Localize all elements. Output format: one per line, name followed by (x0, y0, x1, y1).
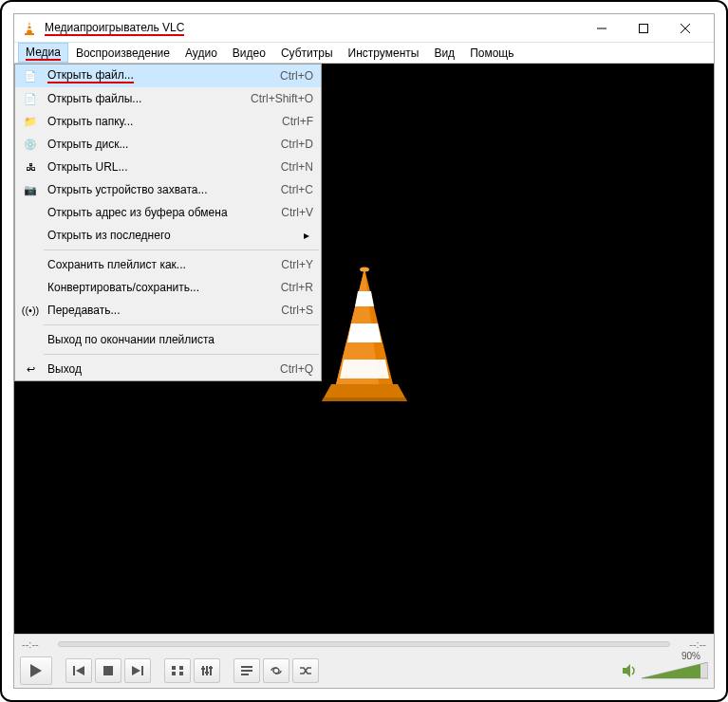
menu-item-label: Открыть папку... (42, 115, 282, 128)
svg-marker-0 (27, 22, 32, 33)
file-icon: 📄 (19, 70, 42, 83)
svg-rect-25 (201, 668, 205, 670)
stop-button[interactable] (95, 658, 121, 683)
menu-item-label: Открыть URL... (42, 160, 281, 174)
menu-7[interactable]: Помощь (462, 43, 521, 63)
submenu-arrow-icon: ▸ (304, 229, 309, 242)
menu-item-label: Открыть устройство захвата... (42, 183, 281, 196)
prev-button[interactable] (65, 658, 92, 683)
fullscreen-button[interactable] (164, 658, 191, 683)
svg-point-11 (360, 268, 369, 272)
volume-control[interactable]: 90% (623, 662, 708, 679)
menu-item-shortcut: Ctrl+C (281, 183, 313, 196)
svg-rect-19 (179, 666, 183, 670)
menu-item-label: Выход (42, 362, 280, 376)
stream-icon: ((•)) (19, 305, 42, 316)
menu-item-label: Открыть из последнего▸ (42, 229, 313, 242)
menu-item-6[interactable]: Открыть адрес из буфера обменаCtrl+V (15, 201, 321, 224)
svg-rect-1 (25, 33, 34, 35)
ext-settings-button[interactable] (194, 658, 220, 683)
time-total: --:-- (678, 638, 706, 650)
vlc-cone-icon (22, 21, 37, 36)
menu-item-shortcut: Ctrl+Shift+O (251, 92, 313, 105)
menu-item-shortcut: Ctrl+N (281, 160, 313, 174)
menu-item-13[interactable]: Выход по окончании плейлиста (15, 328, 321, 351)
menu-item-10[interactable]: Конвертировать/сохранить...Ctrl+R (15, 276, 321, 299)
menu-item-label: Сохранить плейлист как... (42, 258, 281, 271)
seek-track[interactable] (58, 641, 670, 647)
menu-item-0[interactable]: 📄Открыть файл...Ctrl+O (15, 65, 321, 87)
disc-icon: 💿 (19, 139, 42, 151)
svg-rect-17 (141, 666, 143, 675)
menu-0[interactable]: Медиа (18, 43, 68, 63)
speaker-icon (623, 664, 638, 677)
menu-1[interactable]: Воспроизведение (68, 43, 177, 63)
svg-rect-26 (205, 672, 209, 674)
svg-rect-3 (28, 28, 32, 30)
menu-item-2[interactable]: 📁Открыть папку...Ctrl+F (15, 110, 321, 133)
svg-marker-14 (76, 666, 84, 675)
media-menu-dropdown: 📄Открыть файл...Ctrl+O📄Открыть файлы...C… (14, 64, 322, 381)
shuffle-button[interactable] (292, 658, 319, 683)
svg-marker-12 (30, 664, 42, 677)
menu-item-shortcut: Ctrl+D (281, 138, 313, 151)
menu-item-9[interactable]: Сохранить плейлист как...Ctrl+Y (15, 253, 321, 276)
menu-item-label: Открыть адрес из буфера обмена (42, 206, 281, 219)
menubar: МедиаВоспроизведениеАудиоВидеоСубтитрыИн… (14, 43, 714, 64)
close-button[interactable] (664, 15, 706, 42)
menu-item-11[interactable]: ((•))Передавать...Ctrl+S (15, 299, 321, 322)
menu-item-1[interactable]: 📄Открыть файлы...Ctrl+Shift+O (15, 87, 321, 110)
menu-2[interactable]: Аудио (177, 43, 225, 63)
capture-icon: 📷 (19, 184, 42, 196)
menu-item-15[interactable]: ↩ВыходCtrl+Q (15, 358, 321, 380)
play-button[interactable] (20, 656, 52, 685)
menu-item-shortcut: Ctrl+O (280, 69, 313, 83)
menu-separator (44, 354, 319, 355)
menu-item-5[interactable]: 📷Открыть устройство захвата...Ctrl+C (15, 178, 321, 201)
minimize-button[interactable] (581, 15, 623, 42)
menu-item-7[interactable]: Открыть из последнего▸ (15, 224, 321, 247)
controls: 90% (14, 654, 714, 688)
bottom-panel: --:-- --:-- 90% (14, 634, 714, 688)
titlebar[interactable]: Медиапроигрыватель VLC (14, 14, 714, 43)
menu-3[interactable]: Видео (225, 43, 273, 63)
svg-rect-27 (209, 667, 213, 669)
menu-item-3[interactable]: 💿Открыть диск...Ctrl+D (15, 133, 321, 156)
folder-icon: 📁 (19, 116, 42, 128)
svg-rect-18 (172, 666, 176, 670)
menu-6[interactable]: Вид (426, 43, 462, 63)
menu-item-label: Передавать... (42, 304, 281, 317)
time-elapsed: --:-- (22, 638, 50, 650)
menu-item-shortcut: Ctrl+V (281, 206, 313, 219)
volume-slider[interactable]: 90% (642, 662, 708, 679)
volume-percent: 90% (681, 651, 700, 661)
menu-item-label: Открыть файлы... (42, 92, 251, 105)
menu-item-label: Выход по окончании плейлиста (42, 333, 313, 346)
loop-button[interactable] (263, 658, 289, 683)
menu-separator (44, 249, 319, 250)
app-window: Медиапроигрыватель VLC МедиаВоспроизведе… (13, 13, 715, 689)
menu-5[interactable]: Инструменты (341, 43, 427, 63)
next-button[interactable] (124, 658, 151, 683)
playlist-button[interactable] (233, 658, 260, 683)
svg-rect-13 (73, 666, 75, 675)
video-area[interactable]: 📄Открыть файл...Ctrl+O📄Открыть файлы...C… (14, 64, 714, 634)
menu-item-shortcut: Ctrl+R (281, 281, 313, 294)
menu-item-shortcut: Ctrl+F (282, 115, 313, 128)
menu-4[interactable]: Субтитры (273, 43, 341, 63)
seekbar[interactable]: --:-- --:-- (14, 635, 714, 654)
window-title: Медиапроигрыватель VLC (45, 21, 184, 36)
exit-icon: ↩ (19, 363, 42, 376)
menu-separator (44, 324, 319, 325)
menu-item-label: Открыть файл... (42, 68, 280, 83)
svg-marker-10 (322, 397, 407, 401)
svg-marker-16 (132, 666, 140, 675)
svg-rect-2 (28, 25, 31, 27)
svg-rect-15 (103, 666, 113, 675)
menu-item-shortcut: Ctrl+Y (281, 258, 313, 271)
svg-rect-20 (172, 672, 176, 675)
maximize-button[interactable] (623, 15, 664, 42)
network-icon: 🖧 (19, 161, 42, 173)
svg-marker-31 (623, 664, 630, 677)
menu-item-4[interactable]: 🖧Открыть URL...Ctrl+N (15, 156, 321, 178)
